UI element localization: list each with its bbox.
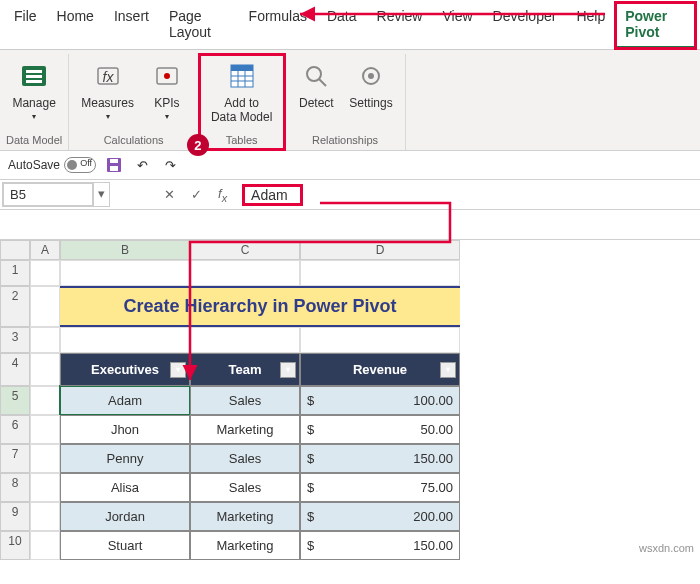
tab-power-pivot[interactable]: Power Pivot	[615, 2, 696, 49]
tab-review[interactable]: Review	[367, 2, 433, 49]
cell[interactable]	[190, 327, 300, 353]
cell[interactable]: Marketing	[190, 415, 300, 444]
chevron-down-icon: ▾	[165, 112, 169, 122]
worksheet-grid[interactable]: A B C D 1 2 Create Hierarchy in Power Pi…	[0, 240, 700, 560]
tab-data[interactable]: Data	[317, 2, 367, 49]
table-header-executives[interactable]: Executives▾	[60, 353, 190, 386]
cell[interactable]: $150.00	[300, 531, 460, 560]
tab-formulas[interactable]: Formulas	[239, 2, 317, 49]
row-header[interactable]: 8	[0, 473, 30, 502]
cell[interactable]: Sales	[190, 386, 300, 415]
tab-file[interactable]: File	[4, 2, 47, 49]
settings-label: Settings	[349, 96, 392, 110]
name-box-dropdown[interactable]: ▾	[93, 183, 109, 206]
insert-function-button[interactable]: fx	[212, 184, 233, 206]
filter-button[interactable]: ▾	[440, 362, 456, 378]
row-header[interactable]: 2	[0, 286, 30, 327]
save-button[interactable]	[104, 155, 124, 175]
redo-button[interactable]: ↷	[160, 155, 180, 175]
settings-button[interactable]: Settings	[343, 56, 398, 132]
tab-home[interactable]: Home	[47, 2, 104, 49]
cell[interactable]: Marketing	[190, 531, 300, 560]
row-header[interactable]: 10	[0, 531, 30, 560]
row-header[interactable]: 6	[0, 415, 30, 444]
toggle-off-icon[interactable]: Off	[64, 157, 96, 173]
cell[interactable]: $100.00	[300, 386, 460, 415]
cell[interactable]	[30, 473, 60, 502]
tab-insert[interactable]: Insert	[104, 2, 159, 49]
row-header[interactable]: 4	[0, 353, 30, 386]
name-box[interactable]: B5	[3, 183, 93, 206]
col-header-b[interactable]: B	[60, 240, 190, 260]
measures-button[interactable]: fx Measures ▾	[75, 56, 140, 132]
ribbon: Manage ▾ Data Model fx Measures ▾	[0, 50, 700, 151]
tab-help[interactable]: Help	[566, 2, 615, 49]
cell[interactable]: Stuart	[60, 531, 190, 560]
detect-icon	[300, 60, 332, 92]
cell[interactable]	[30, 531, 60, 560]
cell[interactable]: Alisa	[60, 473, 190, 502]
tab-developer[interactable]: Developer	[483, 2, 567, 49]
cell[interactable]: $200.00	[300, 502, 460, 531]
row-header[interactable]: 3	[0, 327, 30, 353]
cell[interactable]: Sales	[190, 444, 300, 473]
select-all-corner[interactable]	[0, 240, 30, 260]
cancel-formula-button[interactable]: ✕	[158, 185, 181, 204]
kpis-button[interactable]: KPIs ▾	[142, 56, 192, 132]
row-header[interactable]: 7	[0, 444, 30, 473]
cell[interactable]: $150.00	[300, 444, 460, 473]
enter-formula-button[interactable]: ✓	[185, 185, 208, 204]
add-to-data-model-button[interactable]: Add to Data Model	[205, 56, 278, 132]
autosave-toggle[interactable]: AutoSave Off	[8, 157, 96, 173]
tab-view[interactable]: View	[432, 2, 482, 49]
cell[interactable]	[30, 444, 60, 473]
cell[interactable]: $50.00	[300, 415, 460, 444]
cell[interactable]	[30, 353, 60, 386]
measures-label: Measures	[81, 96, 134, 110]
row-header[interactable]: 1	[0, 260, 30, 286]
col-header-a[interactable]: A	[30, 240, 60, 260]
undo-icon: ↶	[137, 158, 148, 173]
cell[interactable]	[30, 502, 60, 531]
chevron-down-icon: ▾	[106, 112, 110, 122]
svg-rect-1	[26, 70, 42, 73]
cell[interactable]	[30, 386, 60, 415]
filter-button[interactable]: ▾	[280, 362, 296, 378]
svg-rect-20	[110, 166, 118, 171]
cell[interactable]	[60, 260, 190, 286]
undo-button[interactable]: ↶	[132, 155, 152, 175]
row-header[interactable]: 5	[0, 386, 30, 415]
chevron-down-icon: ▾	[32, 112, 36, 122]
cell[interactable]	[300, 260, 460, 286]
cell[interactable]	[30, 415, 60, 444]
manage-button[interactable]: Manage ▾	[6, 56, 61, 132]
table-header-revenue[interactable]: Revenue▾	[300, 353, 460, 386]
cell[interactable]	[300, 327, 460, 353]
cell[interactable]	[30, 327, 60, 353]
tab-page-layout[interactable]: Page Layout	[159, 2, 239, 49]
svg-rect-2	[26, 75, 42, 78]
detect-button[interactable]: Detect	[291, 56, 341, 132]
group-label: Tables	[226, 132, 258, 148]
svg-point-14	[307, 67, 321, 81]
table-header-team[interactable]: Team▾	[190, 353, 300, 386]
cell[interactable]: Jordan	[60, 502, 190, 531]
cell[interactable]	[190, 260, 300, 286]
cell[interactable]	[30, 286, 60, 327]
quick-access-toolbar: AutoSave Off ↶ ↷	[0, 151, 700, 180]
cell[interactable]: Penny	[60, 444, 190, 473]
col-header-d[interactable]: D	[300, 240, 460, 260]
cell[interactable]	[30, 260, 60, 286]
cell[interactable]: Marketing	[190, 502, 300, 531]
cell[interactable]: $75.00	[300, 473, 460, 502]
cell-b5[interactable]: Adam	[60, 386, 190, 415]
filter-button[interactable]: ▾	[170, 362, 186, 378]
cell[interactable]: Jhon	[60, 415, 190, 444]
cell[interactable]: Sales	[190, 473, 300, 502]
cell[interactable]	[60, 327, 190, 353]
formula-bar[interactable]: Adam	[237, 184, 698, 206]
col-header-c[interactable]: C	[190, 240, 300, 260]
svg-text:fx: fx	[102, 69, 114, 85]
sheet-title[interactable]: Create Hierarchy in Power Pivot	[60, 286, 460, 327]
row-header[interactable]: 9	[0, 502, 30, 531]
